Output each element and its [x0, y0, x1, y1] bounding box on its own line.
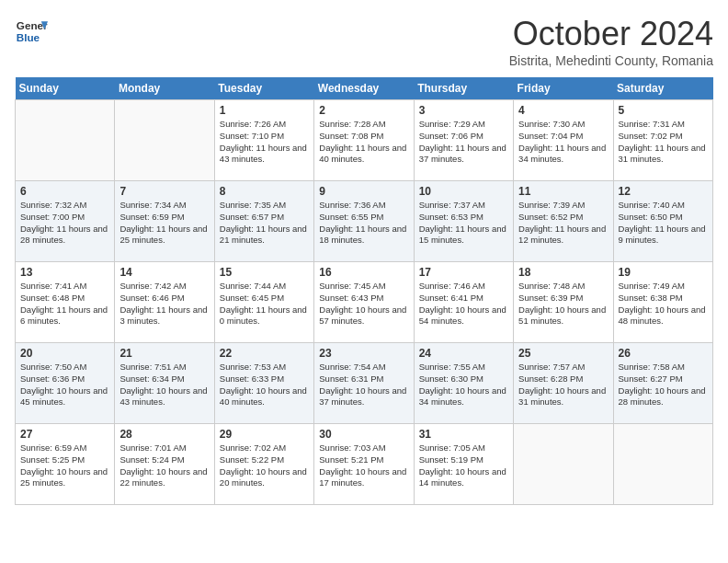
week-row-5: 27Sunrise: 6:59 AM Sunset: 5:25 PM Dayli… [16, 424, 713, 505]
day-number: 3 [419, 104, 508, 117]
day-number: 5 [619, 104, 708, 117]
column-header-tuesday: Tuesday [214, 77, 313, 100]
calendar-cell [514, 424, 613, 505]
day-number: 28 [119, 428, 209, 441]
day-number: 30 [319, 428, 408, 441]
day-number: 2 [319, 104, 408, 117]
cell-info: Sunrise: 7:29 AM Sunset: 7:06 PM Dayligh… [419, 119, 508, 166]
calendar-cell: 26Sunrise: 7:58 AM Sunset: 6:27 PM Dayli… [613, 343, 712, 424]
svg-text:Blue: Blue [17, 31, 40, 43]
calendar-title: October 2024 [509, 15, 713, 53]
logo: General Blue [15, 15, 48, 48]
cell-info: Sunrise: 7:48 AM Sunset: 6:39 PM Dayligh… [518, 281, 608, 327]
week-row-2: 6Sunrise: 7:32 AM Sunset: 7:00 PM Daylig… [16, 181, 713, 262]
cell-info: Sunrise: 7:53 AM Sunset: 6:33 PM Dayligh… [220, 362, 309, 408]
calendar-cell: 12Sunrise: 7:40 AM Sunset: 6:50 PM Dayli… [613, 181, 712, 262]
calendar-cell: 13Sunrise: 7:41 AM Sunset: 6:48 PM Dayli… [16, 262, 115, 343]
calendar-cell: 24Sunrise: 7:55 AM Sunset: 6:30 PM Dayli… [414, 343, 513, 424]
calendar-cell: 31Sunrise: 7:05 AM Sunset: 5:19 PM Dayli… [414, 424, 513, 505]
day-number: 31 [419, 428, 508, 441]
calendar-cell: 2Sunrise: 7:28 AM Sunset: 7:08 PM Daylig… [314, 100, 414, 181]
cell-info: Sunrise: 7:28 AM Sunset: 7:08 PM Dayligh… [319, 119, 408, 166]
calendar-cell: 5Sunrise: 7:31 AM Sunset: 7:02 PM Daylig… [613, 100, 712, 181]
day-number: 12 [619, 185, 708, 198]
cell-info: Sunrise: 7:39 AM Sunset: 6:52 PM Dayligh… [518, 200, 608, 247]
header-row: SundayMondayTuesdayWednesdayThursdayFrid… [16, 77, 713, 100]
cell-info: Sunrise: 7:54 AM Sunset: 6:31 PM Dayligh… [319, 362, 408, 408]
calendar-cell: 29Sunrise: 7:02 AM Sunset: 5:22 PM Dayli… [214, 424, 313, 505]
cell-info: Sunrise: 7:31 AM Sunset: 7:02 PM Dayligh… [619, 119, 708, 166]
day-number: 14 [119, 266, 209, 279]
cell-info: Sunrise: 7:49 AM Sunset: 6:38 PM Dayligh… [619, 281, 708, 327]
calendar-cell: 6Sunrise: 7:32 AM Sunset: 7:00 PM Daylig… [16, 181, 115, 262]
cell-info: Sunrise: 7:51 AM Sunset: 6:34 PM Dayligh… [119, 362, 209, 408]
day-number: 13 [20, 266, 109, 279]
calendar-cell: 14Sunrise: 7:42 AM Sunset: 6:46 PM Dayli… [115, 262, 214, 343]
day-number: 16 [319, 266, 408, 279]
day-number: 22 [220, 347, 309, 360]
day-number: 20 [20, 347, 109, 360]
cell-info: Sunrise: 7:26 AM Sunset: 7:10 PM Dayligh… [220, 119, 309, 166]
calendar-cell: 3Sunrise: 7:29 AM Sunset: 7:06 PM Daylig… [414, 100, 513, 181]
column-header-sunday: Sunday [16, 77, 115, 100]
day-number: 6 [20, 185, 109, 198]
column-header-saturday: Saturday [613, 77, 712, 100]
cell-info: Sunrise: 7:03 AM Sunset: 5:21 PM Dayligh… [319, 442, 408, 489]
calendar-cell: 18Sunrise: 7:48 AM Sunset: 6:39 PM Dayli… [514, 262, 613, 343]
calendar-cell: 4Sunrise: 7:30 AM Sunset: 7:04 PM Daylig… [514, 100, 613, 181]
title-block: October 2024 Bistrita, Mehedinti County,… [509, 15, 713, 68]
column-header-friday: Friday [514, 77, 613, 100]
logo-icon: General Blue [15, 15, 48, 48]
cell-info: Sunrise: 7:37 AM Sunset: 6:53 PM Dayligh… [419, 200, 508, 247]
calendar-cell: 7Sunrise: 7:34 AM Sunset: 6:59 PM Daylig… [115, 181, 214, 262]
cell-info: Sunrise: 7:44 AM Sunset: 6:45 PM Dayligh… [220, 281, 309, 327]
calendar-cell: 25Sunrise: 7:57 AM Sunset: 6:28 PM Dayli… [514, 343, 613, 424]
calendar-cell [613, 424, 712, 505]
calendar-cell: 22Sunrise: 7:53 AM Sunset: 6:33 PM Dayli… [214, 343, 313, 424]
calendar-cell: 1Sunrise: 7:26 AM Sunset: 7:10 PM Daylig… [214, 100, 313, 181]
calendar-cell: 21Sunrise: 7:51 AM Sunset: 6:34 PM Dayli… [115, 343, 214, 424]
day-number: 1 [220, 104, 309, 117]
day-number: 8 [220, 185, 309, 198]
column-header-monday: Monday [115, 77, 214, 100]
calendar-cell: 16Sunrise: 7:45 AM Sunset: 6:43 PM Dayli… [314, 262, 414, 343]
day-number: 4 [518, 104, 608, 117]
day-number: 25 [518, 347, 608, 360]
cell-info: Sunrise: 7:41 AM Sunset: 6:48 PM Dayligh… [20, 281, 109, 327]
calendar-cell [16, 100, 115, 181]
calendar-cell: 20Sunrise: 7:50 AM Sunset: 6:36 PM Dayli… [16, 343, 115, 424]
day-number: 19 [619, 266, 708, 279]
cell-info: Sunrise: 7:01 AM Sunset: 5:24 PM Dayligh… [119, 442, 209, 489]
cell-info: Sunrise: 6:59 AM Sunset: 5:25 PM Dayligh… [20, 442, 109, 489]
calendar-cell: 19Sunrise: 7:49 AM Sunset: 6:38 PM Dayli… [613, 262, 712, 343]
day-number: 29 [220, 428, 309, 441]
cell-info: Sunrise: 7:35 AM Sunset: 6:57 PM Dayligh… [220, 200, 309, 247]
calendar-cell: 15Sunrise: 7:44 AM Sunset: 6:45 PM Dayli… [214, 262, 313, 343]
page-header: General Blue October 2024 Bistrita, Mehe… [15, 15, 713, 68]
day-number: 10 [419, 185, 508, 198]
cell-info: Sunrise: 7:57 AM Sunset: 6:28 PM Dayligh… [518, 362, 608, 408]
week-row-1: 1Sunrise: 7:26 AM Sunset: 7:10 PM Daylig… [16, 100, 713, 181]
cell-info: Sunrise: 7:30 AM Sunset: 7:04 PM Dayligh… [518, 119, 608, 166]
calendar-table: SundayMondayTuesdayWednesdayThursdayFrid… [15, 77, 713, 505]
day-number: 11 [518, 185, 608, 198]
cell-info: Sunrise: 7:46 AM Sunset: 6:41 PM Dayligh… [419, 281, 508, 327]
day-number: 26 [619, 347, 708, 360]
cell-info: Sunrise: 7:02 AM Sunset: 5:22 PM Dayligh… [220, 442, 309, 489]
calendar-cell: 8Sunrise: 7:35 AM Sunset: 6:57 PM Daylig… [214, 181, 313, 262]
cell-info: Sunrise: 7:34 AM Sunset: 6:59 PM Dayligh… [119, 200, 209, 247]
day-number: 18 [518, 266, 608, 279]
day-number: 17 [419, 266, 508, 279]
column-header-wednesday: Wednesday [314, 77, 414, 100]
day-number: 9 [319, 185, 408, 198]
week-row-4: 20Sunrise: 7:50 AM Sunset: 6:36 PM Dayli… [16, 343, 713, 424]
calendar-cell: 9Sunrise: 7:36 AM Sunset: 6:55 PM Daylig… [314, 181, 414, 262]
cell-info: Sunrise: 7:36 AM Sunset: 6:55 PM Dayligh… [319, 200, 408, 247]
cell-info: Sunrise: 7:50 AM Sunset: 6:36 PM Dayligh… [20, 362, 109, 408]
cell-info: Sunrise: 7:55 AM Sunset: 6:30 PM Dayligh… [419, 362, 508, 408]
calendar-cell: 30Sunrise: 7:03 AM Sunset: 5:21 PM Dayli… [314, 424, 414, 505]
calendar-cell: 11Sunrise: 7:39 AM Sunset: 6:52 PM Dayli… [514, 181, 613, 262]
calendar-subtitle: Bistrita, Mehedinti County, Romania [509, 53, 713, 68]
day-number: 15 [220, 266, 309, 279]
cell-info: Sunrise: 7:42 AM Sunset: 6:46 PM Dayligh… [119, 281, 209, 327]
